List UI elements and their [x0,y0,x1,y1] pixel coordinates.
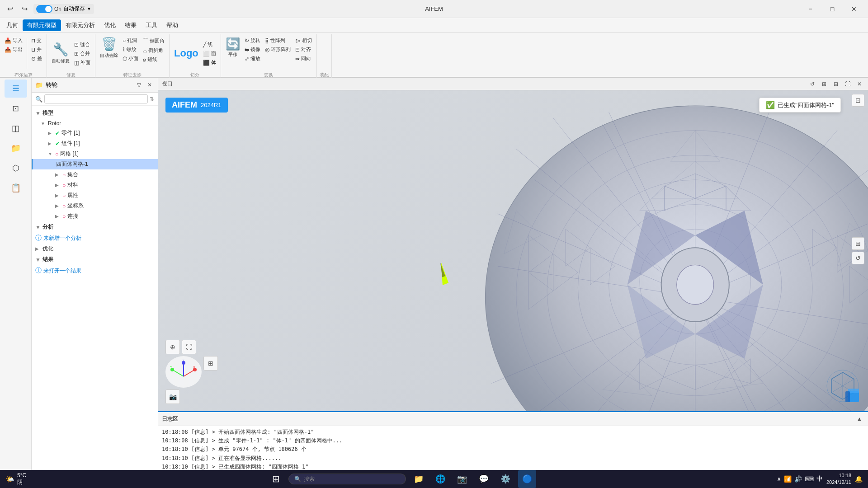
union-button[interactable]: ⊔ 并 [29,45,44,54]
vp-close-btn[interactable]: ✕ [854,79,864,89]
menu-geometry[interactable]: 几何 [2,19,23,31]
vp-split-vert-btn[interactable]: ⊞ [819,79,829,89]
tree-tet-mesh[interactable]: 四面体网格-1 [32,159,158,169]
tree-parts[interactable]: ▶ ✔ 零件 [1] [32,128,158,138]
vbl-grid-btn[interactable]: ⊞ [203,356,218,371]
vtool-6[interactable]: 📋 [5,179,27,197]
vbl-camera-btn[interactable]: 📷 [165,389,180,404]
export-button[interactable]: 📤 导出 [3,45,24,54]
sew-button[interactable]: ⊡ 缝合 [72,40,92,49]
same-dir-button[interactable]: ⇒ 同向 [293,54,314,63]
split-edge-button[interactable]: ╱ 线 [201,40,218,49]
vtool-2[interactable]: ⊡ [5,99,27,117]
cube-navigator[interactable] [825,368,861,404]
autosave-dropdown-icon[interactable]: ▼ [87,6,91,11]
panel-expand-btn[interactable]: ▽ [134,80,143,89]
intersect-button[interactable]: ⊓ 交 [29,36,44,45]
search-sort-icon[interactable]: ⇅ [150,96,154,102]
linear-array-button[interactable]: ⣿ 性阵列 [263,36,292,45]
fillet-button[interactable]: ⌒ 倒圆角 [141,36,166,46]
taskbar-browser[interactable]: 🌐 [431,470,449,488]
tray-expand-icon[interactable]: ∧ [777,475,781,483]
fill-button[interactable]: ◫ 补面 [72,58,92,67]
vbl-fullscreen-btn[interactable]: ⛶ [182,340,196,354]
tree-rotor[interactable]: ▼ Rotor [32,119,158,128]
merge-button[interactable]: ⊞ 合并 [72,49,92,58]
tray-keyboard-icon[interactable]: ⌨ [805,475,814,483]
tree-connection[interactable]: ▶ ○ 连接 [32,211,158,221]
menu-optimization[interactable]: 优化 [99,19,120,31]
taskbar-file-explorer[interactable]: 📁 [410,470,428,488]
mirror-button[interactable]: ⇋ 镜像 [243,45,262,54]
taskbar-search[interactable]: 🔍 [288,474,406,484]
flatten-button[interactable]: 🔄 平移 [224,36,242,59]
chamfer-button[interactable]: ⌓ 倒斜角 [141,46,166,55]
vtool-4[interactable]: 📁 [5,139,27,157]
tree-material[interactable]: ▶ ○ 材料 [32,180,158,190]
import-button[interactable]: 📥 导入 [3,36,24,45]
log-collapse-btn[interactable]: ▲ [854,414,864,424]
logo-button[interactable]: Logo [172,47,200,60]
tree-analysis-header[interactable]: ▼ 分析 [32,221,158,233]
vp-refresh-btn[interactable]: ↺ [807,79,817,89]
close-button[interactable]: ✕ [844,2,864,16]
vr-tool-1[interactable]: ⊡ [852,94,864,107]
tangent-button[interactable]: ⌲ 相切 [293,36,314,45]
windows-start-button[interactable]: ⊞ [267,470,285,488]
vtool-5[interactable]: ⬡ [5,159,27,177]
vbl-rotate-btn[interactable]: ⊕ [165,340,180,354]
menu-fem-analysis[interactable]: 有限元分析 [61,19,99,31]
vp-split-horiz-btn[interactable]: ⊟ [831,79,841,89]
align-button[interactable]: ⊟ 对齐 [293,45,314,54]
tray-network-icon[interactable]: 📶 [784,475,792,483]
tree-property[interactable]: ▶ ○ 属性 [32,190,158,201]
tree-model-header[interactable]: ▼ 模型 [32,108,158,119]
add-analysis-link[interactable]: ⓘ 来新增一个分析 [32,233,158,244]
split-body-button[interactable]: ⬛ 体 [201,58,218,67]
viewport-3d[interactable]: AIFEM 2024R1 ✅ 已生成"四面体网格-1" [158,90,868,411]
undo-button[interactable]: ↩ [4,3,16,15]
autosave-toggle[interactable]: On 自动保存 ▼ [33,4,94,14]
menu-help[interactable]: 帮助 [162,19,183,31]
taskbar-camera[interactable]: 📷 [453,470,471,488]
split-face-button[interactable]: ⬜ 面 [201,49,218,58]
taskbar-search-input[interactable] [304,476,385,482]
vtool-panel-toggle[interactable]: ☰ [5,80,27,98]
vp-maximize-btn[interactable]: ⛶ [843,79,853,89]
menu-tools[interactable]: 工具 [141,19,162,31]
menu-results[interactable]: 结果 [120,19,141,31]
tray-ime-icon[interactable]: 中 [816,475,823,483]
autosave-switch[interactable] [36,5,52,13]
tree-optimization[interactable]: ▶ 优化 [32,244,158,254]
menu-fem-model[interactable]: 有限元模型 [23,19,61,31]
subtract-button[interactable]: ⊖ 差 [29,54,44,63]
tree-result-header[interactable]: ▼ 结果 [32,254,158,265]
tree-mesh[interactable]: ▼ ○ 网格 [1] [32,149,158,159]
short-edge-button[interactable]: ⌀ 短线 [141,55,166,64]
taskbar-chat[interactable]: 💬 [475,470,493,488]
search-input[interactable] [44,94,148,103]
tray-audio-icon[interactable]: 🔊 [794,475,802,483]
tree-set[interactable]: ▶ ○ 集合 [32,169,158,180]
auto-repair-button[interactable]: 🔧 自动修复 [50,42,71,66]
panel-close-btn[interactable]: ✕ [145,80,154,89]
vr-rotate-btn[interactable]: ↺ [852,252,864,264]
redo-button[interactable]: ↪ [18,3,31,15]
tree-group[interactable]: ▶ ✔ 组件 [1] [32,138,158,149]
circular-array-button[interactable]: ◎ 环形阵列 [263,45,292,54]
add-result-link[interactable]: ⓘ 来打开一个结果 [32,265,158,276]
notification-icon[interactable]: 🔔 [855,475,863,483]
thread-button[interactable]: ⌇ 螺纹 [121,45,140,54]
rotate-button[interactable]: ↻ 旋转 [243,36,262,45]
vtool-3[interactable]: ◫ [5,119,27,137]
auto-remove-button[interactable]: 🗑️ 自动去除 [98,36,120,60]
maximize-button[interactable]: □ [822,2,843,16]
small-face-button[interactable]: ⬡ 小面 [121,54,140,63]
minimize-button[interactable]: － [800,2,821,16]
taskbar-settings[interactable]: ⚙️ [496,470,514,488]
scale-button[interactable]: ⤢ 缩放 [243,54,262,63]
vr-zoom-btn[interactable]: ⊞ [852,237,864,250]
tree-coord[interactable]: ▶ ○ 坐标系 [32,201,158,211]
hole-button[interactable]: ○ 孔洞 [121,36,140,45]
taskbar-aifem[interactable]: 🔵 [518,470,536,488]
